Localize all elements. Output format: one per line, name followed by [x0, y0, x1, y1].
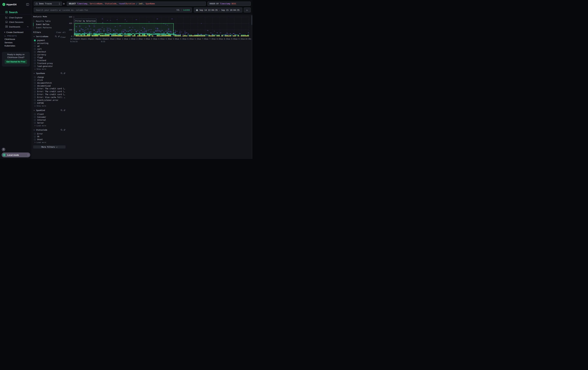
- checkbox-unchecked[interactable]: [34, 136, 36, 138]
- run-query-button[interactable]: ▷: [244, 8, 251, 12]
- checkbox-unchecked[interactable]: [34, 96, 36, 98]
- lucene-search-input[interactable]: Search your events w/ Lucene ex. column:…: [34, 8, 192, 12]
- filter-by-selection-button[interactable]: Filter by Selection: [75, 19, 96, 23]
- checkbox-unchecked[interactable]: [34, 99, 36, 101]
- clear-all-button[interactable]: Clear all: [53, 31, 66, 33]
- time-range-picker[interactable]: Sep 14 22:04:35 - Sep 15 10:04:35: [194, 8, 242, 12]
- checkbox-unchecked[interactable]: [34, 45, 36, 47]
- checkbox-unchecked[interactable]: [34, 122, 36, 124]
- filter-checkbox-row[interactable]: Ok: [34, 135, 40, 138]
- filter-checkbox-row[interactable]: Server: [34, 122, 44, 124]
- help-button[interactable]: ?: [2, 148, 5, 151]
- sidebar-item-chart-explorer[interactable]: Chart Explorer: [9, 16, 22, 19]
- sidebar-item-client-sessions[interactable]: Client Sessions: [9, 21, 23, 23]
- checkbox-unchecked[interactable]: [34, 42, 36, 44]
- filter-checkbox-row[interactable]: frontend: [34, 59, 46, 62]
- presets-group-label[interactable]: PRESETS: [7, 35, 17, 37]
- order-by-input[interactable]: ORDER BY Timestamp DESC: [208, 2, 251, 6]
- checkbox-unchecked[interactable]: [34, 62, 36, 64]
- filter-checkbox-row[interactable]: cart: [34, 48, 42, 50]
- checkbox-unchecked[interactable]: [34, 54, 36, 56]
- analysis-option-event-patterns[interactable]: Event Patterns: [36, 27, 52, 29]
- pin-icon[interactable]: [63, 129, 65, 131]
- gear-icon[interactable]: ⚙: [63, 2, 64, 5]
- checkbox-unchecked[interactable]: [34, 119, 36, 121]
- checkbox-unchecked[interactable]: [34, 57, 36, 59]
- sql-select-input[interactable]: SELECT Timestamp, ServiceName, StatusCod…: [67, 2, 206, 6]
- sidebar-item-kubernetes[interactable]: Kubernetes: [4, 45, 15, 47]
- checkbox-unchecked[interactable]: [34, 79, 36, 81]
- checkbox-unchecked[interactable]: [34, 133, 36, 135]
- analysis-option-results-table[interactable]: Results Table: [36, 20, 51, 22]
- filter-checkbox-row[interactable]: change: [34, 76, 44, 78]
- checkbox-unchecked[interactable]: [34, 76, 36, 78]
- filter-checkbox-row[interactable]: Error: The credit card (…: [34, 88, 65, 90]
- checkbox-unchecked[interactable]: [34, 88, 36, 90]
- filter-checkbox-row[interactable]: documentFetch: [34, 82, 52, 84]
- filter-checkbox-row[interactable]: Client: [34, 113, 44, 115]
- filter-checkbox-row[interactable]: click: [34, 79, 43, 81]
- filter-section-name[interactable]: ServiceName: [36, 35, 48, 38]
- filter-checkbox-row[interactable]: frontend-proxy: [34, 62, 53, 64]
- pin-icon[interactable]: [63, 72, 65, 74]
- filter-show-more-button[interactable]: Show more: [34, 68, 46, 70]
- create-dashboard-button[interactable]: Create Dashboard: [6, 31, 23, 33]
- pin-icon[interactable]: [63, 109, 65, 111]
- filter-checkbox-row[interactable]: load-generator: [34, 65, 53, 67]
- checkbox-unchecked[interactable]: [34, 48, 36, 50]
- checkbox-unchecked[interactable]: [34, 102, 36, 104]
- filter-show-more-button[interactable]: Show more: [34, 105, 46, 107]
- more-filters-button[interactable]: More filters: [33, 145, 65, 149]
- filter-checkbox-row[interactable]: Error: The credit card (…: [34, 93, 65, 96]
- filter-checkbox-row[interactable]: Error: [34, 133, 43, 135]
- filter-load-more-button[interactable]: Load more: [34, 141, 46, 143]
- filter-checkbox-row[interactable]: currency: [34, 54, 46, 56]
- checkbox-unchecked[interactable]: [34, 116, 36, 118]
- checkbox-unchecked[interactable]: [34, 113, 36, 115]
- filter-section-name[interactable]: StatusCode: [36, 129, 47, 131]
- filter-checkbox-row[interactable]: flagd: [34, 57, 43, 59]
- sidebar-collapse-icon[interactable]: [26, 3, 29, 6]
- search-icon[interactable]: [61, 72, 63, 74]
- filter-checkbox-row[interactable]: payment: [34, 39, 45, 41]
- checkbox-unchecked[interactable]: [34, 85, 36, 87]
- filter-section-name[interactable]: SpanName: [36, 72, 45, 74]
- checkbox-checked[interactable]: [34, 40, 36, 41]
- mode-toggle-lucene[interactable]: Lucene: [183, 9, 190, 11]
- sidebar-item-clickhouse[interactable]: ClickHouse: [4, 38, 15, 40]
- checkbox-unchecked[interactable]: [34, 139, 36, 140]
- analysis-option-event-deltas[interactable]: Event Deltas: [36, 23, 49, 26]
- checkbox-unchecked[interactable]: [34, 51, 36, 53]
- data-source-select[interactable]: Demo Traces: [34, 2, 62, 6]
- checkbox-unchecked[interactable]: [34, 91, 36, 92]
- pin-icon[interactable]: [58, 35, 60, 38]
- filter-checkbox-row[interactable]: eventListener.error: [34, 99, 58, 101]
- sidebar-item-search[interactable]: Search: [9, 11, 18, 14]
- checkbox-unchecked[interactable]: [34, 94, 36, 95]
- filter-checkbox-row[interactable]: Internal: [34, 119, 46, 121]
- scrollbar-thumb[interactable]: [251, 15, 252, 25]
- search-icon[interactable]: [61, 129, 63, 131]
- filter-checkbox-row[interactable]: Consumer: [34, 116, 46, 118]
- search-icon[interactable]: [61, 109, 63, 111]
- filter-load-more-button[interactable]: Load more: [34, 125, 46, 127]
- filter-checkbox-row[interactable]: Error: Visa cache full: …: [34, 96, 65, 99]
- filter-checkbox-row[interactable]: Error: The credit card (…: [34, 90, 65, 93]
- filter-clear-button[interactable]: Clear: [61, 35, 66, 39]
- filter-checkbox-row[interactable]: documentLoad: [34, 85, 51, 87]
- sidebar-item-dashboards[interactable]: Dashboards: [9, 26, 20, 28]
- filter-checkbox-row[interactable]: checkout: [34, 51, 46, 53]
- sidebar-item-services[interactable]: Services: [4, 41, 12, 44]
- filter-checkbox-row[interactable]: accounting: [34, 42, 48, 44]
- user-menu[interactable]: U Local mode: [2, 152, 30, 157]
- mode-toggle-sql[interactable]: SQL: [177, 9, 180, 11]
- filter-checkbox-row[interactable]: Unset: [34, 138, 43, 140]
- filter-section-name[interactable]: SpanKind: [36, 109, 45, 111]
- search-icon[interactable]: [55, 35, 57, 38]
- checkbox-unchecked[interactable]: [34, 82, 36, 84]
- filter-checkbox-row[interactable]: EXPIRE: [34, 102, 44, 104]
- get-started-button[interactable]: Get Started for Free: [5, 60, 27, 64]
- filter-checkbox-row[interactable]: ad: [34, 45, 40, 47]
- checkbox-unchecked[interactable]: [34, 60, 36, 61]
- checkbox-unchecked[interactable]: [34, 65, 36, 67]
